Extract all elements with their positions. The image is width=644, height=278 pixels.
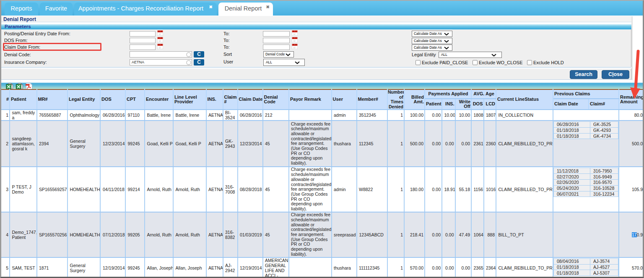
- svg-text:12: 12: [293, 33, 296, 35]
- svg-text:12: 12: [159, 40, 161, 42]
- svg-text:12: 12: [293, 47, 296, 49]
- svg-text:12: 12: [159, 47, 161, 49]
- svg-text:12: 12: [293, 40, 296, 42]
- svg-text:12: 12: [159, 33, 161, 35]
